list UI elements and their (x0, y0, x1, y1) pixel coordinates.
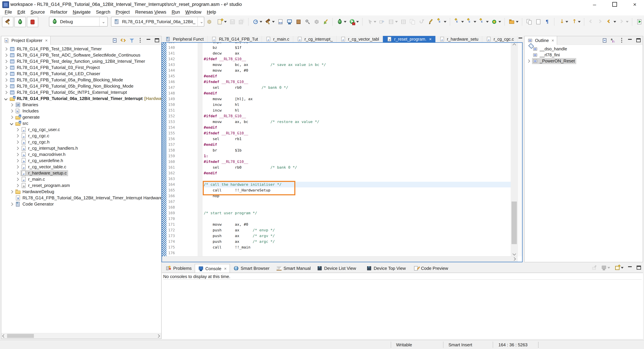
launch-config-combo[interactable]: RL78_G14_FPB_Tutorial_06a_12Bit_ ⌄ (111, 17, 204, 27)
properties-gear-button[interactable] (312, 18, 321, 26)
save-button[interactable] (228, 18, 236, 26)
back-disabled-button[interactable] (587, 18, 595, 26)
code-line-148[interactable]: 148#endif (162, 90, 511, 96)
code-line-145[interactable]: 145#endif (162, 73, 511, 79)
chevron-right-icon[interactable] (4, 85, 8, 88)
code-line-155[interactable]: 155#ifndef __RL78_G10__ (162, 130, 511, 136)
tree-item-r-main-c[interactable]: r_main.c (1, 176, 161, 182)
code-line-167[interactable]: 167 (162, 199, 511, 205)
chevron-right-icon[interactable] (4, 78, 8, 82)
debug-button[interactable] (336, 18, 347, 26)
launch-settings-gear-icon[interactable] (206, 19, 213, 25)
show-whitespace-button[interactable] (544, 18, 552, 26)
pin-console-icon[interactable] (592, 265, 598, 271)
window-restore-button[interactable] (606, 0, 624, 9)
filter-icon[interactable] (129, 38, 135, 43)
drag-handle[interactable] (538, 342, 540, 348)
chevron-right-icon[interactable] (4, 47, 8, 51)
menu-source[interactable]: Source (28, 9, 48, 15)
menu-file[interactable]: File (2, 9, 15, 15)
debug-button[interactable] (14, 17, 26, 27)
minimize-icon[interactable] (627, 265, 633, 271)
menu-edit[interactable]: Edit (15, 9, 28, 15)
code-line-143[interactable]: 143 movw bc, ax /* save ax value in bc *… (162, 62, 511, 68)
memory-usage-button[interactable] (294, 18, 302, 26)
tree-item-rl78-g14-fpb-tutorial-06a-12bit-interval[interactable]: RL78_G14_FPB_Tutorial_06a_12Bit_Interval… (1, 195, 161, 201)
memory-view-button[interactable] (286, 18, 294, 26)
build-button[interactable] (2, 17, 14, 27)
next-annotation-button[interactable] (558, 18, 569, 26)
chevron-right-icon[interactable] (10, 190, 13, 193)
code-line-149[interactable]: 149 movw [hl], ax (162, 96, 511, 102)
chevron-right-icon[interactable] (10, 116, 13, 119)
code-line-173[interactable]: 173 push ax /* argv */ (162, 233, 511, 239)
code-line-169[interactable]: 169/* start user program */ (162, 210, 511, 216)
chevron-right-icon[interactable] (16, 159, 19, 162)
minimize-icon[interactable] (627, 38, 633, 43)
code-line-151[interactable]: 151 incw hl (162, 108, 511, 113)
code-line-146[interactable]: 146#ifndef __RL78_G10__ (162, 79, 511, 85)
view-menu-icon[interactable] (137, 38, 143, 43)
step-filters-button[interactable] (378, 18, 386, 26)
tree-item-rl78-g14-fpb-test-12bit-interval-timer[interactable]: RL78_G14_FPB_Test_12Bit_Interval_Timer (1, 46, 161, 52)
build-all-button[interactable] (264, 18, 276, 26)
outline-item-poweron-reset[interactable]: _PowerON_Reset (524, 58, 643, 64)
code-line-171[interactable]: 171 movw ax, #0 (162, 222, 511, 227)
editor-horizontal-scrollbar[interactable] (162, 256, 518, 262)
bottom-tab-problems[interactable]: Problems (163, 264, 195, 273)
restart-button[interactable] (418, 18, 426, 26)
open-console-page-button[interactable] (635, 18, 643, 26)
code-line-168[interactable]: 168 (162, 205, 511, 210)
tree-item-generate[interactable]: generate (1, 114, 161, 120)
chevron-right-icon[interactable] (527, 59, 530, 63)
tree-item-r-cg-cgc-h[interactable]: r_cg_cgc.h (1, 139, 161, 145)
chevron-right-icon[interactable] (16, 184, 19, 187)
collapse-all-icon[interactable] (112, 38, 118, 43)
bottom-tab-device-top-view[interactable]: Device Top View (363, 264, 409, 273)
open-console-button[interactable] (614, 264, 624, 271)
chevron-right-icon[interactable] (4, 66, 8, 69)
bottom-tab-device-list-view[interactable]: Device List View (314, 264, 359, 273)
new-c-source-button[interactable] (436, 18, 447, 26)
launch-mode-combo[interactable]: Debug ⌄ (49, 17, 108, 27)
editor-tab-r-cg-interrupt[interactable]: r_cg_interrupt_ (293, 36, 336, 42)
open-element-button[interactable] (508, 18, 519, 26)
editor-tab-peripheral-funct[interactable]: Peripheral Funct (162, 36, 208, 42)
code-line-147[interactable]: 147 sel rb0 /* bank 0 */ (162, 85, 511, 90)
bottom-tab-smart-manual[interactable]: Smart Manual (273, 264, 314, 273)
chevron-right-icon[interactable] (16, 140, 19, 144)
menu-run[interactable]: Run (169, 9, 183, 15)
menu-navigate[interactable]: Navigate (70, 9, 94, 15)
code-line-141[interactable]: 141 decw ax (162, 51, 511, 56)
menu-search[interactable]: Search (93, 9, 113, 15)
code-line-152[interactable]: 152#ifdef __RL78_G10__ (162, 113, 511, 119)
link-with-editor-button[interactable] (534, 18, 542, 26)
code-line-150[interactable]: 150 incw hl (162, 102, 511, 108)
overview-ruler[interactable] (518, 43, 522, 256)
chevron-right-icon[interactable] (10, 109, 13, 113)
code-line-176[interactable]: 176 (162, 250, 511, 256)
code-line-162[interactable]: 162#endif (162, 170, 511, 176)
menu-help[interactable]: Help (204, 9, 219, 15)
close-icon[interactable]: × (224, 266, 226, 271)
code-line-175[interactable]: 175 call !!_main (162, 244, 511, 250)
code-line-172[interactable]: 172 push ax /* envp */ (162, 227, 511, 233)
code-line-153[interactable]: 153 movw ax, bc /* restore ax value */ (162, 119, 511, 125)
scroll-thumb[interactable] (7, 334, 34, 338)
code-line-144[interactable]: 144 movw ax, #0 (162, 68, 511, 73)
chevron-right-icon[interactable] (16, 165, 19, 169)
profile-pointer-button[interactable] (366, 18, 377, 26)
chevron-right-icon[interactable] (10, 203, 13, 206)
code-line-161[interactable]: 161 sel rb0 /* bank 0 */ (162, 165, 511, 170)
tree-item-r-cg-vector-table-c[interactable]: r_cg_vector_table.c (1, 164, 161, 170)
chevron-down-icon[interactable] (4, 97, 8, 100)
menu-window[interactable]: Window (183, 9, 204, 15)
chevron-right-icon[interactable] (16, 128, 19, 131)
view-menu-icon[interactable] (619, 38, 624, 43)
chevron-right-icon[interactable] (16, 147, 19, 150)
run-button[interactable] (348, 18, 360, 26)
code-lines[interactable]: 139 cmpw ax, #0140 bz $1f141 decw ax142#… (162, 43, 511, 256)
editor-vertical-scrollbar[interactable] (511, 43, 518, 256)
tree-item-includes[interactable]: Includes (1, 108, 161, 114)
code-line-160[interactable]: 160#ifndef __RL78_G10__ (162, 159, 511, 165)
